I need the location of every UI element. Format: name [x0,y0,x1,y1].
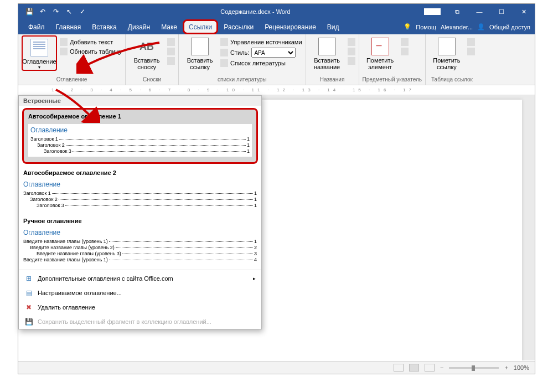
group-label-toc: Оглавление [22,76,122,84]
footnote-icon: AB [138,38,156,55]
page[interactable] [262,100,522,360]
tab-home[interactable]: Главная [50,19,87,34]
insert-endnote-button[interactable] [167,38,175,46]
manage-sources-button[interactable]: Управление источниками [220,38,302,46]
zoom-in-icon[interactable]: + [504,364,508,371]
show-notes-button[interactable] [167,57,175,65]
read-mode-icon[interactable] [394,364,404,372]
tab-references[interactable]: Ссылки [183,19,218,34]
toa-icon [467,38,475,46]
tell-me[interactable]: Помощ [416,24,436,30]
group-index: – Пометить элемент Предметный указатель [359,34,426,85]
group-footnotes: AB Вставить сноску Сноски [126,34,179,85]
style-select[interactable]: APA [251,48,296,58]
status-bar: − + 100% [18,361,535,374]
tab-mailings[interactable]: Рассылки [218,19,259,34]
tab-view[interactable]: Вид [322,19,345,34]
pointer-icon[interactable]: ↖ [65,7,74,16]
more-toc-office-com[interactable]: ⊞Дополнительные оглавления с сайта Offic… [19,271,261,286]
share-icon: 👤 [477,23,485,30]
style-icon [220,49,228,56]
tab-layout[interactable]: Маке [156,19,183,34]
window-title: Содержание.docx - Word [87,8,424,15]
mark-index-entry-button[interactable]: – Пометить элемент [363,35,398,70]
tab-insert[interactable]: Вставка [86,19,122,34]
group-captions: Вставить название Названия [306,34,359,85]
tab-file[interactable]: Файл [23,19,50,34]
toc-sample-heading: Оглавление [30,126,250,134]
word-window: 💾 ↶ ↷ ↖ ✓ Содержание.docx - Word ⧉ — ☐ ✕… [18,3,535,374]
group-label-index: Предметный указатель [363,76,422,84]
update-tof-icon [348,48,355,55]
insert-citation-button[interactable]: Вставить ссылку [182,35,218,70]
cross-reference-button[interactable] [348,57,355,65]
minimize-icon[interactable]: — [468,4,490,19]
toc-gallery-dropdown: Встроенные Автособираемое оглавление 1 О… [18,95,262,329]
group-label-captions: Названия [309,76,355,84]
insert-index-icon [401,38,409,46]
toc-manual-title: Ручное оглавление [23,218,257,224]
share-button[interactable]: Общий доступ [489,24,530,30]
ribbon-tabs: Файл Главная Вставка Дизайн Маке Ссылки … [18,19,535,34]
ribbon-mode-icon[interactable] [424,8,441,15]
group-authorities: Пометить ссылку Таблица ссылок [426,34,478,85]
group-label-footnotes: Сноски [129,76,175,84]
mark-citation-button[interactable]: Пометить ссылку [429,35,464,70]
insert-caption-button[interactable]: Вставить название [309,35,345,70]
update-toa-icon [467,48,475,55]
insert-toa-button[interactable] [467,38,475,46]
update-icon [60,48,68,55]
caption-icon [318,38,336,55]
custom-toc-icon: ▤ [24,288,33,297]
update-index-button[interactable] [401,48,409,55]
redo-icon[interactable]: ↷ [51,7,60,16]
undo-icon[interactable]: ↶ [38,7,47,16]
bibliography-icon [220,59,228,67]
update-toa-button[interactable] [467,48,475,55]
quick-access-toolbar: 💾 ↶ ↷ ↖ ✓ [18,7,87,16]
restore-icon[interactable]: ⧉ [446,4,468,19]
close-icon[interactable]: ✕ [513,4,535,19]
group-toc: Оглавление ▾ Добавить текст Обновить таб… [18,34,126,85]
update-index-icon [401,48,409,55]
web-layout-icon[interactable] [425,364,435,372]
insert-footnote-button[interactable]: AB Вставить сноску [129,35,164,70]
add-text-button[interactable]: Добавить текст [60,38,122,46]
style-selector[interactable]: Стиль: APA [220,48,302,58]
toc-option-auto2[interactable]: Автособираемое оглавление 2 Оглавление З… [19,166,261,214]
toc-option-manual[interactable]: Ручное оглавление Оглавление Введите наз… [19,214,261,269]
show-notes-icon [167,57,175,65]
next-footnote-icon [167,48,175,55]
insert-tof-button[interactable] [348,38,355,46]
remove-toc[interactable]: ✖Удалить оглавление [19,300,261,314]
user-name[interactable]: Alexander... [441,24,473,30]
chevron-down-icon: ▾ [38,65,40,70]
toc-option-auto1[interactable]: Автособираемое оглавление 1 Оглавление З… [22,108,258,164]
tab-review[interactable]: Рецензирование [259,19,322,34]
remove-icon: ✖ [24,303,33,312]
chevron-right-icon: ▸ [253,276,256,281]
horizontal-ruler[interactable]: 1 · 2 · 3 · 4 · 5 · 6 · 7 · 8 · 9 · 10 ·… [18,85,535,95]
zoom-level[interactable]: 100% [514,364,529,371]
document-area[interactable] [262,95,535,360]
mark-citation-icon [438,38,456,55]
custom-toc[interactable]: ▤Настраиваемое оглавление... [19,286,261,300]
update-table-button[interactable]: Обновить таблицу [60,48,122,55]
insert-index-button[interactable] [401,38,409,46]
tof-icon [348,38,355,46]
title-bar: 💾 ↶ ↷ ↖ ✓ Содержание.docx - Word ⧉ — ☐ ✕ [18,4,535,19]
table-of-contents-button[interactable]: Оглавление ▾ [22,35,57,71]
zoom-out-icon[interactable]: − [440,364,443,371]
zoom-slider[interactable] [449,367,499,369]
group-label-citations: списки литературы [182,76,302,84]
next-footnote-button[interactable] [167,48,175,55]
tab-design[interactable]: Дизайн [122,19,156,34]
bibliography-button[interactable]: Список литературы [220,59,302,67]
update-tof-button[interactable] [348,48,355,55]
save-icon[interactable]: 💾 [25,7,34,16]
print-layout-icon[interactable] [409,364,419,372]
maximize-icon[interactable]: ☐ [490,4,513,19]
tell-me-icon[interactable]: 💡 [404,23,411,30]
add-text-icon [60,38,68,46]
spellcheck-icon[interactable]: ✓ [78,7,87,16]
